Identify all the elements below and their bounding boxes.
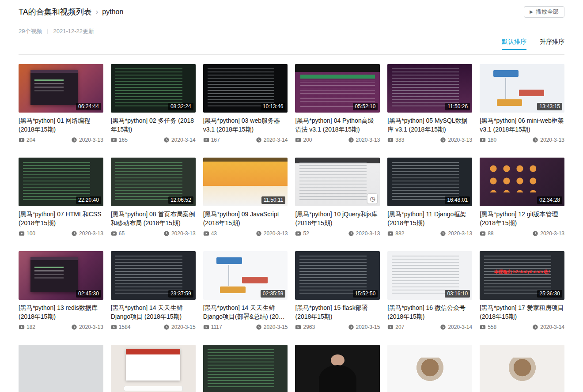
video-thumbnail[interactable]: 12:06:52: [111, 158, 196, 206]
video-thumbnail[interactable]: 11:50:11: [203, 158, 288, 206]
video-card[interactable]: 13:43:15 [黑马*python] 06 mini-web框架 v3.1 …: [480, 64, 564, 143]
video-title[interactable]: [黑马*python] 01 网络编程 (2018年15期): [19, 116, 103, 134]
date-clock-icon: [440, 230, 446, 237]
play-count: 207: [395, 324, 404, 330]
breadcrumb-current: python: [102, 8, 123, 16]
video-title[interactable]: [黑马*python] 05 MySQL数据库 v3.1 (2018年15期): [387, 116, 472, 134]
duration-badge: 05:52:10: [353, 103, 378, 110]
date-clock-icon: [532, 324, 538, 330]
video-title[interactable]: [黑马*python] 09 JavaScript (2018年15期): [203, 210, 288, 227]
play-count: 200: [303, 137, 312, 143]
duration-badge: 22:20:40: [76, 196, 101, 204]
video-thumbnail[interactable]: 08:32:24: [111, 64, 196, 113]
video-card[interactable]: ◷ [黑马*python] 10 jQuery和js库 (2018年15期) 5…: [295, 158, 380, 237]
play-count-stat: 1117: [203, 324, 222, 330]
breadcrumb-chevron-icon: ›: [96, 8, 98, 16]
upload-date: 2020-3-13: [356, 137, 380, 143]
play-all-button[interactable]: ▶ 播放全部: [524, 6, 564, 18]
video-title[interactable]: [黑马*python] 06 mini-web框架 v3.1 (2018年15期…: [480, 116, 564, 134]
video-title[interactable]: [黑马*python] 15-flask部署 (2018年15期): [295, 303, 380, 321]
video-card[interactable]: [295, 345, 380, 392]
video-card[interactable]: 12:06:52 [黑马*python] 08 首页布局案例和移动布局 (201…: [111, 158, 196, 237]
video-card[interactable]: [387, 345, 472, 392]
video-thumbnail[interactable]: 05:52:10: [295, 64, 380, 113]
video-title[interactable]: [黑马*python] 02 多任务 (2018年15期): [111, 116, 196, 134]
video-thumbnail[interactable]: 02:35:59: [203, 251, 288, 300]
video-card[interactable]: 23:37:59 [黑马*python] 14 天天生鲜Django项目 (20…: [111, 251, 196, 330]
video-card[interactable]: 22:20:40 [黑马*python] 07 HTML和CSS (2018年1…: [19, 158, 103, 237]
video-card[interactable]: 11:50:26 [黑马*python] 05 MySQL数据库 v3.1 (2…: [387, 64, 472, 143]
video-card[interactable]: 02:35:59 [黑马*python] 14 天天生鲜Django项目(部署&…: [203, 251, 288, 330]
video-card[interactable]: 15:52:50 [黑马*python] 15-flask部署 (2018年15…: [295, 251, 380, 330]
video-title[interactable]: [黑马*python] 13 redis数据库 (2018年15期): [19, 303, 103, 321]
video-card[interactable]: [480, 345, 564, 392]
video-title[interactable]: [黑马*python] 08 首页布局案例和移动布局 (2018年15期): [111, 210, 196, 227]
video-stats: 1584 2020-3-15: [111, 324, 196, 330]
video-title[interactable]: [黑马*python] 04 Python高级语法 v3.1 (2018年15期…: [295, 116, 380, 134]
sort-default-tab[interactable]: 默认排序: [502, 38, 526, 50]
video-thumbnail[interactable]: 06:24:44: [19, 64, 103, 113]
sort-ascending-tab[interactable]: 升序排序: [540, 38, 564, 50]
video-stats: 180 2020-3-13: [480, 137, 564, 143]
video-stats: 204 2020-3-13: [19, 137, 103, 143]
video-title[interactable]: [黑马*python] 14 天天生鲜Django项目 (2018年15期): [111, 303, 196, 321]
upload-date: 2020-3-13: [448, 230, 472, 237]
date-clock-icon: [440, 137, 446, 143]
video-title[interactable]: [黑马*python] 10 jQuery和js库 (2018年15期): [295, 210, 380, 227]
video-title[interactable]: [黑马*python] 07 HTML和CSS (2018年15期): [19, 210, 103, 227]
date-clock-icon: [256, 230, 262, 237]
upload-date-stat: 2020-3-13: [71, 137, 103, 143]
video-card[interactable]: 03:16:10 [黑马*python] 16 微信公众号 (2018年15期)…: [387, 251, 472, 330]
video-title[interactable]: [黑马*python] 17 爱家租房项目 (2018年15期): [480, 303, 564, 321]
video-thumbnail[interactable]: 11:50:26: [387, 64, 472, 113]
date-clock-icon: [256, 324, 262, 330]
video-card[interactable]: [203, 345, 288, 392]
video-card[interactable]: 16:48:01 [黑马*python] 11 Django框架 (2018年1…: [387, 158, 472, 237]
video-card[interactable]: 02:34:28 [黑马*python] 12 git版本管理 (2018年15…: [480, 158, 564, 237]
play-count-stat: 558: [480, 324, 496, 330]
video-thumbnail[interactable]: 15:52:50: [295, 251, 380, 300]
upload-date-stat: 2020-3-14: [440, 324, 472, 330]
video-thumbnail[interactable]: [295, 345, 380, 392]
video-title[interactable]: [黑马*python] 03 web服务器v3.1 (2018年15期): [203, 116, 288, 134]
video-thumbnail[interactable]: 10:13:46: [203, 64, 288, 113]
video-thumbnail[interactable]: 16:48:01: [387, 158, 472, 206]
video-title[interactable]: [黑马*python] 12 git版本管理 (2018年15期): [480, 210, 564, 227]
upload-date: 2020-3-14: [171, 137, 196, 143]
date-clock-icon: [163, 137, 170, 143]
date-clock-icon: [71, 324, 77, 330]
play-count-icon: [203, 324, 209, 330]
video-card[interactable]: 25:36:30 本课程由 52studyit.com 收! [黑马*pytho…: [480, 251, 564, 330]
video-thumbnail[interactable]: 23:37:59: [111, 251, 196, 300]
video-thumbnail[interactable]: 13:43:15: [480, 64, 564, 113]
video-stats: 43 2020-3-13: [203, 230, 288, 237]
video-thumbnail[interactable]: [480, 345, 564, 392]
video-thumbnail[interactable]: 25:36:30 本课程由 52studyit.com 收!: [480, 251, 564, 300]
play-all-label: 播放全部: [536, 8, 559, 16]
video-thumbnail[interactable]: [19, 345, 103, 392]
upload-date: 2020-3-14: [540, 324, 564, 330]
video-card[interactable]: 05:52:10 [黑马*python] 04 Python高级语法 v3.1 …: [295, 64, 380, 143]
video-title[interactable]: [黑马*python] 11 Django框架 (2018年15期): [387, 210, 472, 227]
video-thumbnail[interactable]: 02:45:30: [19, 251, 103, 300]
video-thumbnail[interactable]: [203, 345, 288, 392]
video-thumbnail[interactable]: [387, 345, 472, 392]
video-thumbnail[interactable]: 02:34:28: [480, 158, 564, 206]
video-title[interactable]: [黑马*python] 16 微信公众号 (2018年15期): [387, 303, 472, 321]
video-card[interactable]: 02:45:30 [黑马*python] 13 redis数据库 (2018年1…: [19, 251, 103, 330]
date-clock-icon: [256, 137, 262, 143]
video-thumbnail[interactable]: [111, 345, 196, 392]
video-title[interactable]: [黑马*python] 14 天天生鲜Django项目(部署&总结) (2018…: [203, 303, 288, 321]
video-card[interactable]: [19, 345, 103, 392]
video-card[interactable]: [111, 345, 196, 392]
play-count-stat: 204: [19, 137, 35, 143]
video-card[interactable]: 08:32:24 [黑马*python] 02 多任务 (2018年15期) 1…: [111, 64, 196, 143]
date-clock-icon: [532, 137, 538, 143]
video-card[interactable]: 06:24:44 [黑马*python] 01 网络编程 (2018年15期) …: [19, 64, 103, 143]
video-card[interactable]: 11:50:11 [黑马*python] 09 JavaScript (2018…: [203, 158, 288, 237]
video-thumbnail[interactable]: 03:16:10: [387, 251, 472, 300]
video-card[interactable]: 10:13:46 [黑马*python] 03 web服务器v3.1 (2018…: [203, 64, 288, 143]
video-thumbnail[interactable]: ◷: [295, 158, 380, 206]
video-thumbnail[interactable]: 22:20:40: [19, 158, 103, 206]
upload-date: 2020-3-14: [264, 137, 288, 143]
